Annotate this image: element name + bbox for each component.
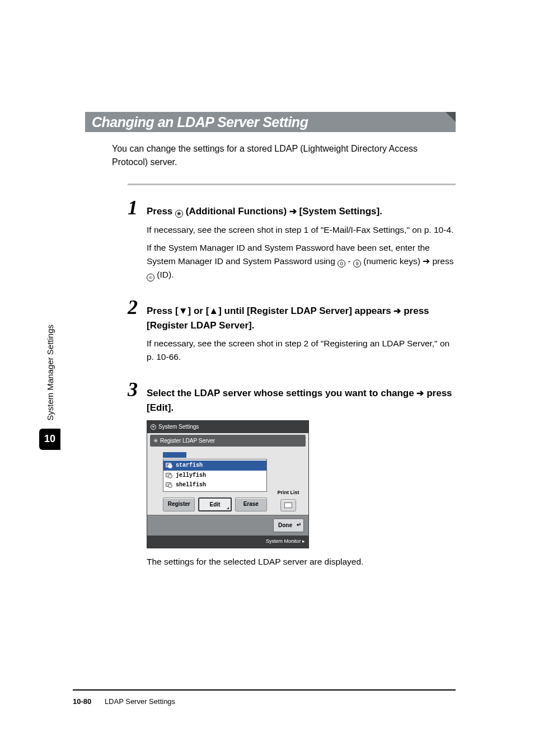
down-triangle-icon: ▼ xyxy=(179,306,188,316)
ldap-server-name: shellfish xyxy=(176,481,206,490)
step-2-title-a: Press [ xyxy=(147,306,179,316)
step-1-title-a: Press xyxy=(147,206,175,217)
screenshot-panel: ✳ System Settings ✳ Register LDAP Server xyxy=(147,420,309,548)
step-1-note-2d: press xyxy=(433,256,454,266)
erase-button[interactable]: Erase xyxy=(235,497,267,512)
chapter-number-tab: 10 xyxy=(39,429,60,450)
ldap-server-row[interactable]: shellfish xyxy=(163,480,266,490)
page: Changing an LDAP Server Setting You can … xyxy=(0,0,534,756)
section-heading: Changing an LDAP Server Setting xyxy=(92,112,308,132)
server-icon xyxy=(166,463,172,468)
numeric-key-9-icon: 9 xyxy=(353,260,361,267)
print-list-button[interactable] xyxy=(280,499,296,511)
step-3-body: ✳ System Settings ✳ Register LDAP Server xyxy=(147,420,456,568)
page-number: 10-80 xyxy=(73,697,91,706)
right-arrow-icon: ➔ xyxy=(416,387,424,400)
system-settings-bar: ✳ System Settings xyxy=(147,421,308,433)
heading-chevron-icon xyxy=(446,112,456,132)
register-ldap-label: Register LDAP Server xyxy=(160,436,215,445)
step-3-title-a: Select the LDAP server whose settings yo… xyxy=(147,388,416,398)
section-heading-bar: Changing an LDAP Server Setting xyxy=(78,112,456,132)
system-settings-label: System Settings xyxy=(158,422,199,431)
step-3-note-1: The settings for the selected LDAP serve… xyxy=(147,555,456,569)
step-1-body: If necessary, see the screen shot in ste… xyxy=(147,223,456,282)
step-2-title-c: ] until [Register LDAP Server] appears xyxy=(218,306,394,316)
step-number: 1 xyxy=(128,198,147,218)
ldap-server-row[interactable]: jellyfish xyxy=(163,471,266,481)
chapter-sidebar-label: System Manager Settings xyxy=(45,325,55,421)
step-3-title: Select the LDAP server whose settings yo… xyxy=(147,386,456,415)
step-number: 3 xyxy=(128,379,147,400)
ldap-server-column-header xyxy=(163,452,186,458)
chapter-sidebar: System Manager Settings 10 xyxy=(39,325,60,450)
print-list-label: Print List xyxy=(273,489,304,497)
register-button[interactable]: Register xyxy=(163,497,195,512)
footer-title: LDAP Server Settings xyxy=(105,697,175,706)
intro-paragraph: You can change the settings for a stored… xyxy=(112,142,456,169)
print-list-area: Print List xyxy=(273,489,304,511)
ldap-server-name: starfish xyxy=(176,461,203,470)
right-arrow-icon: ➔ xyxy=(394,304,401,318)
step-1: 1 Press ✳ (Additional Functions) ➔ [Syst… xyxy=(128,198,456,281)
step-2-note-1: If necessary, see the screen shot in ste… xyxy=(147,337,456,364)
steps-list: 1 Press ✳ (Additional Functions) ➔ [Syst… xyxy=(128,198,456,569)
step-2-body: If necessary, see the screen shot in ste… xyxy=(147,337,456,364)
right-arrow-icon: ➔ xyxy=(289,205,297,218)
additional-functions-icon: ✳ xyxy=(153,436,158,445)
system-monitor-bar[interactable]: System Monitor xyxy=(147,536,308,548)
ldap-server-name: jellyfish xyxy=(176,471,206,480)
step-number: 2 xyxy=(128,297,147,317)
additional-functions-icon: ✳ xyxy=(151,424,156,430)
screenshot-button-row: Register Edit Erase xyxy=(163,497,267,512)
separator-rule xyxy=(128,184,456,185)
step-1-title-b: (Additional Functions) xyxy=(186,206,289,217)
edit-button[interactable]: Edit xyxy=(198,497,231,512)
screenshot-body: starfish jellyfish shellfish xyxy=(147,447,308,515)
page-footer: 10-80 LDAP Server Settings xyxy=(73,689,456,706)
step-1-note-2b: - xyxy=(348,256,353,266)
step-2-title-b: ] or [ xyxy=(188,306,209,316)
step-1-note-2c: (numeric keys) xyxy=(363,256,423,266)
up-triangle-icon: ▲ xyxy=(209,306,218,316)
ldap-server-row-selected[interactable]: starfish xyxy=(163,461,266,471)
ldap-server-column: starfish jellyfish shellfish xyxy=(163,452,267,511)
step-2-header: 2 Press [▼] or [▲] until [Register LDAP … xyxy=(128,297,456,332)
id-key-icon: ID xyxy=(147,274,154,281)
system-monitor-label: System Monitor xyxy=(266,538,301,544)
step-1-note-1: If necessary, see the screen shot in ste… xyxy=(147,223,456,237)
step-1-title: Press ✳ (Additional Functions) ➔ [System… xyxy=(147,204,382,219)
ldap-server-list: starfish jellyfish shellfish xyxy=(163,459,267,492)
server-icon xyxy=(166,473,172,478)
right-arrow-icon: ➔ xyxy=(423,255,430,269)
step-3-header: 3 Select the LDAP server whose settings … xyxy=(128,379,456,415)
ldap-screenshot: ✳ System Settings ✳ Register LDAP Server xyxy=(147,420,309,548)
step-2-title: Press [▼] or [▲] until [Register LDAP Se… xyxy=(147,304,456,332)
step-3: 3 Select the LDAP server whose settings … xyxy=(128,379,456,568)
step-1-title-c: [System Settings]. xyxy=(299,206,382,217)
done-button[interactable]: Done xyxy=(273,519,304,532)
register-ldap-bar: ✳ Register LDAP Server xyxy=(150,435,306,447)
step-1-header: 1 Press ✳ (Additional Functions) ➔ [Syst… xyxy=(128,198,456,219)
server-icon xyxy=(166,482,172,488)
done-bar: Done xyxy=(147,515,308,536)
step-1-note-2: If the System Manager ID and System Pass… xyxy=(147,241,456,282)
step-1-note-2e: (ID). xyxy=(157,270,174,279)
numeric-key-0-icon: 0 xyxy=(338,260,345,267)
step-2: 2 Press [▼] or [▲] until [Register LDAP … xyxy=(128,297,456,364)
additional-functions-key-icon: ✳ xyxy=(175,210,183,218)
